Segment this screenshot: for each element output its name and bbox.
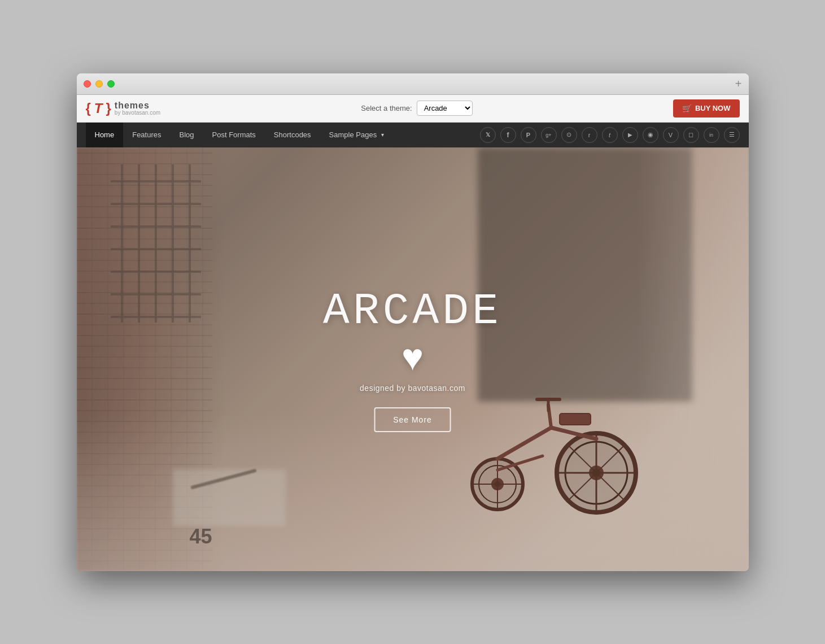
facebook-icon[interactable]: f [500,127,516,143]
twitter-icon[interactable]: 𝕏 [480,127,496,143]
nav-item-sample-pages[interactable]: Sample Pages ▾ [320,123,394,147]
logo-bracket-close: } [106,101,111,116]
maximize-button[interactable] [107,80,115,88]
svg-rect-29 [560,414,591,425]
logo-t-letter: T [94,101,103,116]
reddit-icon[interactable]: r [582,127,597,143]
flickr-icon[interactable]: ◉ [643,127,658,143]
hero-title: ARCADE [323,286,502,336]
nav-item-home[interactable]: Home [86,123,124,147]
theme-select-dropdown[interactable]: Arcade Minimal Bold Classic [417,101,473,116]
close-button[interactable] [84,80,91,88]
buy-now-button[interactable]: 🛒 BUY NOW [673,99,740,118]
vimeo-icon[interactable]: V [663,127,679,143]
theme-selector: Select a theme: Arcade Minimal Bold Clas… [361,101,472,116]
nav-item-shortcodes[interactable]: Shortcodes [265,123,320,147]
theme-selector-label: Select a theme: [361,104,412,112]
hero-content: ARCADE ♥ designed by bavotasan.com See M… [323,286,502,432]
sample-pages-label: Sample Pages [329,130,377,139]
pinterest-icon[interactable]: P [521,127,536,143]
rss-icon[interactable]: ☰ [724,127,740,143]
minimize-button[interactable] [95,80,103,88]
googleplus-icon[interactable]: g+ [541,127,557,143]
logo-area: { T } themes by bavotasan.com [86,101,161,116]
dropdown-arrow-icon: ▾ [381,132,384,138]
nav-links: Home Features Blog Post Formats Shortcod… [86,123,394,147]
new-tab-icon[interactable]: + [735,78,742,89]
instagram-icon[interactable]: ◻ [683,127,699,143]
nav-item-post-formats[interactable]: Post Formats [203,123,265,147]
traffic-lights [84,80,115,88]
nav-item-blog[interactable]: Blog [171,123,203,147]
logo-themes-text: themes [115,101,160,110]
cart-icon: 🛒 [682,104,692,113]
svg-line-24 [497,428,551,459]
nav-social-icons: 𝕏 f P g+ ⊙ r t ▶ ◉ [480,127,740,143]
nav-item-features[interactable]: Features [123,123,170,147]
browser-window: + { T } themes by bavotasan.com Select a… [77,73,749,571]
tumblr-icon[interactable]: t [602,127,618,143]
logo-by-text: by bavotasan.com [115,110,160,116]
browser-toolbar: { T } themes by bavotasan.com Select a t… [77,95,749,123]
linkedin-icon[interactable]: in [704,127,719,143]
logo-text: themes by bavotasan.com [115,101,160,116]
number-sign: 45 [190,525,212,549]
nav-bar: Home Features Blog Post Formats Shortcod… [77,123,749,147]
hero-section: 45 ARCADE ♥ designed by bavotasan.com Se… [77,147,749,571]
buy-now-label: BUY NOW [695,104,731,112]
hero-heart: ♥ [323,338,502,376]
see-more-button[interactable]: See More [374,407,451,432]
logo-bracket-open: { [86,101,91,116]
youtube-icon[interactable]: ▶ [622,127,638,143]
hero-tagline: designed by bavotasan.com [323,384,502,393]
dribbble-icon[interactable]: ⊙ [561,127,577,143]
title-bar: + [77,73,749,95]
